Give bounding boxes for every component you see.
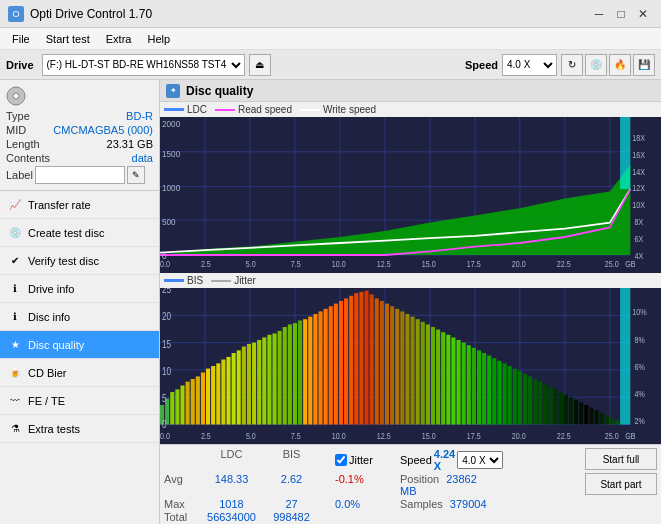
legend-bis: BIS	[164, 275, 203, 286]
jitter-color	[211, 280, 231, 282]
svg-rect-138	[559, 392, 563, 425]
main-area: Type BD-R MID CMCMAGBA5 (000) Length 23.…	[0, 80, 661, 524]
speed-label: Speed	[465, 59, 498, 71]
svg-text:4X: 4X	[634, 251, 643, 261]
chart-title: Disc quality	[186, 84, 253, 98]
svg-rect-134	[538, 382, 542, 425]
position-row: Position 23862 MB	[400, 473, 490, 497]
svg-rect-76	[242, 347, 246, 425]
disc-length-row: Length 23.31 GB	[6, 138, 153, 150]
chart-title-bar: ✦ Disc quality	[160, 80, 661, 102]
drive-select[interactable]: (F:) HL-DT-ST BD-RE WH16NS58 TST4	[42, 54, 245, 76]
ldc-legend-label: LDC	[187, 104, 207, 115]
extra-tests-label: Extra tests	[28, 423, 80, 435]
svg-text:GB: GB	[625, 431, 636, 441]
drive-info-label: Drive info	[28, 283, 74, 295]
label-input[interactable]	[35, 166, 125, 184]
svg-rect-72	[221, 360, 225, 425]
sidebar-item-create-test-disc[interactable]: 💿 Create test disc	[0, 219, 159, 247]
ldc-avg: 148.33	[199, 473, 264, 497]
jitter-header: Jitter	[349, 454, 373, 466]
sidebar-item-drive-info[interactable]: ℹ Drive info	[0, 275, 159, 303]
svg-text:10%: 10%	[632, 308, 646, 318]
close-button[interactable]: ✕	[633, 4, 653, 24]
sidebar-item-disc-info[interactable]: ℹ Disc info	[0, 303, 159, 331]
svg-rect-97	[349, 296, 353, 425]
svg-rect-86	[293, 323, 297, 424]
svg-rect-73	[226, 357, 230, 425]
start-part-button[interactable]: Start part	[585, 473, 657, 495]
maximize-button[interactable]: □	[611, 4, 631, 24]
speed-stat-select[interactable]: 4.0 X	[457, 451, 503, 469]
svg-text:10: 10	[162, 366, 171, 377]
bis-total: 998482	[264, 511, 319, 523]
svg-rect-98	[354, 293, 358, 424]
speed-select[interactable]: 4.0 X	[502, 54, 557, 76]
svg-rect-110	[416, 319, 420, 424]
svg-rect-116	[446, 335, 450, 425]
svg-rect-128	[508, 366, 512, 425]
menu-extra[interactable]: Extra	[98, 31, 140, 47]
svg-text:5.0: 5.0	[246, 431, 256, 441]
svg-rect-63	[175, 389, 179, 424]
svg-rect-80	[262, 337, 266, 424]
svg-text:25.0: 25.0	[605, 259, 620, 269]
upper-chart-area: 0 500 1000 1500 2000 0.0 2.5 5.0 7.5 10.…	[160, 117, 661, 273]
svg-text:12X: 12X	[632, 184, 645, 194]
svg-rect-111	[421, 322, 425, 425]
sidebar-item-verify-test-disc[interactable]: ✔ Verify test disc	[0, 247, 159, 275]
lower-chart-svg: 0 5 10 15 20 25 0.0 2.5 5.0 7.5 10.0 12.…	[160, 288, 661, 444]
speed-refresh-button[interactable]: ↻	[561, 54, 583, 76]
svg-text:8X: 8X	[634, 217, 643, 227]
transfer-rate-label: Transfer rate	[28, 199, 91, 211]
verify-disc-label: Verify test disc	[28, 255, 99, 267]
lower-chart-area: 0 5 10 15 20 25 0.0 2.5 5.0 7.5 10.0 12.…	[160, 288, 661, 444]
sidebar-item-transfer-rate[interactable]: 📈 Transfer rate	[0, 191, 159, 219]
cd-bier-icon: 🍺	[8, 366, 22, 380]
label-edit-button[interactable]: ✎	[127, 166, 145, 184]
disc-icon-button[interactable]: 💿	[585, 54, 607, 76]
menu-start-test[interactable]: Start test	[38, 31, 98, 47]
save-button[interactable]: 💾	[633, 54, 655, 76]
sidebar-item-extra-tests[interactable]: ⚗ Extra tests	[0, 415, 159, 443]
svg-rect-122	[477, 350, 481, 424]
svg-rect-93	[329, 306, 333, 424]
disc-header	[6, 86, 153, 106]
svg-rect-101	[370, 295, 374, 425]
contents-value: data	[132, 152, 153, 164]
write-legend-label: Write speed	[323, 104, 376, 115]
menu-help[interactable]: Help	[139, 31, 178, 47]
svg-rect-120	[467, 345, 471, 424]
titlebar: O Opti Drive Control 1.70 ─ □ ✕	[0, 0, 661, 28]
svg-rect-140	[569, 397, 573, 424]
svg-text:15.0: 15.0	[422, 431, 436, 441]
svg-rect-104	[385, 304, 389, 425]
ldc-max: 1018	[199, 498, 264, 510]
menu-file[interactable]: File	[4, 31, 38, 47]
eject-button[interactable]: ⏏	[249, 54, 271, 76]
svg-text:14X: 14X	[632, 167, 645, 177]
sidebar-item-disc-quality[interactable]: ★ Disc quality	[0, 331, 159, 359]
start-full-button[interactable]: Start full	[585, 448, 657, 470]
svg-text:12.5: 12.5	[377, 259, 392, 269]
svg-text:500: 500	[162, 216, 176, 227]
svg-rect-81	[267, 335, 271, 425]
sidebar-item-cd-bier[interactable]: 🍺 CD Bier	[0, 359, 159, 387]
stats-table: LDC BIS Jitter Speed 4.24 X	[164, 448, 581, 523]
svg-rect-103	[380, 301, 384, 425]
drive-bar: Drive (F:) HL-DT-ST BD-RE WH16NS58 TST4 …	[0, 50, 661, 80]
svg-text:25: 25	[162, 288, 171, 295]
svg-rect-96	[344, 298, 348, 424]
samples-row: Samples 379004	[400, 498, 490, 510]
mid-value: CMCMAGBA5 (000)	[53, 124, 153, 136]
svg-text:10.0: 10.0	[332, 259, 347, 269]
ldc-color	[164, 108, 184, 111]
sidebar-item-fe-te[interactable]: 〰 FE / TE	[0, 387, 159, 415]
minimize-button[interactable]: ─	[589, 4, 609, 24]
svg-text:7.5: 7.5	[291, 259, 302, 269]
svg-rect-150	[620, 288, 630, 425]
svg-rect-133	[533, 379, 537, 425]
burn-icon-button[interactable]: 🔥	[609, 54, 631, 76]
app-title: Opti Drive Control 1.70	[30, 7, 589, 21]
jitter-checkbox[interactable]	[335, 454, 347, 466]
